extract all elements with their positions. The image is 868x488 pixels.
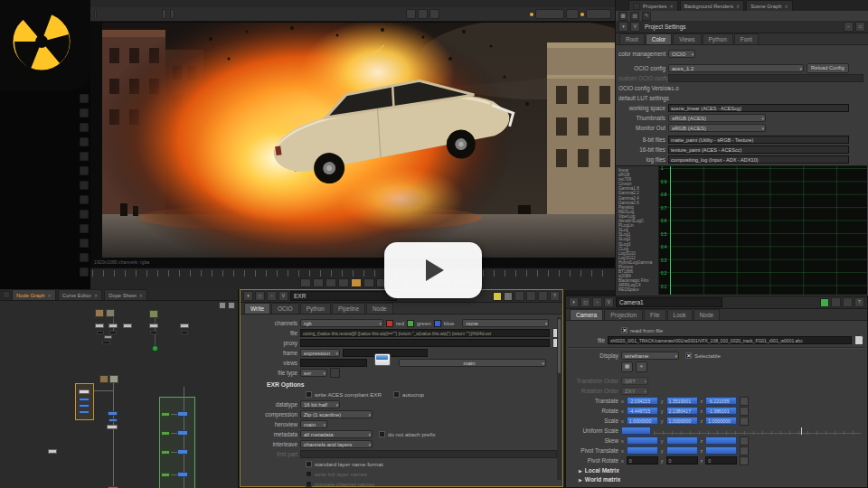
working-space-field[interactable]: scene_linear (ACES - ACEScg) (668, 104, 849, 112)
graph-node[interactable] (108, 418, 118, 422)
display-dropdown[interactable]: wireframe▾ (621, 352, 679, 360)
tab-root[interactable]: Root (619, 33, 645, 44)
graph-node[interactable] (177, 411, 188, 417)
float-panel-icon[interactable]: – (592, 297, 602, 307)
tool-channel-icon[interactable] (80, 137, 89, 146)
tab-projection[interactable]: Projection (604, 309, 643, 320)
graph-node[interactable] (97, 331, 104, 334)
autocrop-checkbox[interactable] (393, 391, 400, 398)
file-type-dropdown[interactable]: exr▾ (300, 369, 327, 377)
viewer-channels-dropdown[interactable] (162, 9, 166, 19)
tab-views[interactable]: Views (673, 33, 701, 44)
first-part-field[interactable] (300, 450, 557, 458)
views-field[interactable] (300, 359, 367, 367)
transform-y-field[interactable]: 2.1380417 (666, 407, 698, 415)
proxy-field[interactable] (300, 339, 550, 347)
no-prefix-checkbox[interactable] (379, 431, 385, 437)
log-files-field[interactable]: compositing_log (Input - ADX - ADX10) (668, 155, 849, 164)
animation-menu-button[interactable] (740, 397, 749, 406)
lut-curve-graph[interactable]: 10.90.80.70.60.50.40.30.20.1 (658, 166, 867, 295)
viewer-tab-icon[interactable] (94, 9, 97, 19)
full-layer-names-checkbox[interactable] (306, 471, 312, 477)
transform-x-field[interactable]: -4.449715 (627, 407, 658, 415)
viewer-lut-dropdown[interactable] (586, 9, 611, 19)
redo-icon[interactable] (538, 291, 548, 301)
collapse-icon[interactable]: ▾ (569, 297, 579, 307)
read-from-file-checkbox[interactable] (621, 327, 627, 333)
tab-font[interactable]: Font (734, 33, 759, 44)
graph-node[interactable] (95, 309, 104, 317)
gl-color-swatch[interactable] (504, 292, 513, 301)
panel-menu-icon[interactable] (3, 291, 10, 298)
uniform-scale-field[interactable] (621, 427, 651, 435)
transform-z-field[interactable]: 0 (705, 456, 737, 465)
transform-y-field[interactable] (666, 446, 698, 455)
viewer-gamma-toggle[interactable] (566, 9, 579, 19)
channels-dropdown[interactable]: rgb▾ (300, 319, 383, 327)
viewer-zoom-button[interactable] (406, 9, 416, 19)
animation-menu-button[interactable] (740, 456, 749, 465)
graph-node[interactable] (177, 472, 188, 477)
video-play-overlay[interactable] (384, 242, 482, 298)
graph-node[interactable] (79, 398, 90, 401)
tool-keyer-icon[interactable] (80, 181, 89, 190)
graph-node[interactable] (48, 449, 57, 454)
graph-node[interactable] (106, 309, 115, 317)
tab-background-renders[interactable]: Background Renders ✕ (680, 0, 745, 11)
center-node-icon[interactable]: V (630, 22, 640, 32)
world-matrix-expander[interactable]: World matrix (585, 476, 621, 483)
center-node-icon[interactable]: ◻ (580, 297, 590, 307)
graph-node[interactable] (108, 411, 118, 416)
close-icon[interactable]: ✕ (784, 4, 788, 9)
node-graph-canvas[interactable] (0, 300, 239, 488)
transform-x-field[interactable] (627, 436, 658, 445)
play-forward-button[interactable] (363, 278, 374, 287)
float-icon[interactable]: □ (855, 22, 865, 32)
minimap-icon[interactable] (228, 302, 235, 309)
rotation-order-dropdown[interactable]: ZXY▾ (621, 387, 648, 395)
goto-start-button[interactable] (300, 278, 311, 287)
heroview-dropdown[interactable]: main▾ (300, 420, 327, 428)
graph-node[interactable] (99, 375, 108, 383)
layout-icon[interactable] (219, 302, 226, 309)
graph-node[interactable] (102, 341, 110, 344)
16bit-files-field[interactable]: texture_paint (ACES - ACEScc) (668, 145, 849, 154)
graph-node[interactable] (180, 324, 189, 328)
tool-3d-icon[interactable] (80, 224, 89, 233)
tab-ocio[interactable]: OCIO (271, 303, 299, 314)
graph-node[interactable] (177, 430, 188, 436)
file-path-field[interactable]: ooting_r[value this.review][if ([value t… (300, 329, 550, 337)
compression-dropdown[interactable]: Zip (1 scanline)▾ (300, 410, 373, 418)
float-panel-icon[interactable]: – (267, 291, 277, 301)
camera-file-field[interactable]: sh0020_0/01_TRACK/cameras/r001/w0001/VFX… (608, 336, 852, 344)
tool-color-icon[interactable] (80, 152, 89, 161)
tool-draw-icon[interactable] (80, 108, 89, 117)
prev-keyframe-button[interactable] (313, 278, 324, 287)
transform-z-field[interactable] (705, 446, 737, 455)
transform-z-field[interactable]: 1.0000000 (705, 417, 737, 425)
transform-y-field[interactable]: 1.0000000 (666, 417, 698, 425)
node-color-swatch[interactable] (820, 298, 829, 307)
truncate-names-checkbox[interactable] (306, 481, 312, 487)
camera-file-browse-icon[interactable] (854, 335, 863, 345)
edit-icon[interactable]: ✎ (642, 12, 651, 21)
graph-node[interactable] (161, 473, 170, 477)
graph-node[interactable] (161, 412, 170, 417)
node-curve-icon[interactable]: V (604, 297, 614, 307)
help-icon[interactable]: ? (550, 291, 560, 301)
close-icon[interactable]: ✕ (48, 293, 52, 298)
file-type-help-icon[interactable] (330, 368, 340, 378)
transform-x-field[interactable]: 1.0000000 (627, 417, 658, 425)
tool-merge-icon[interactable] (80, 195, 89, 204)
color-management-dropdown[interactable]: OCIO▾ (668, 50, 695, 58)
close-icon[interactable]: ✕ (736, 4, 740, 9)
graph-node[interactable] (79, 410, 90, 414)
lock-panels-icon[interactable]: ▦ (618, 12, 627, 21)
tab-properties[interactable]: Properties ✕ (628, 0, 678, 11)
reload-config-button[interactable]: Reload Config (807, 63, 849, 73)
graph-node[interactable] (109, 375, 118, 383)
tool-deep-icon[interactable] (80, 253, 89, 262)
step-back-button[interactable] (326, 278, 336, 287)
extra-channels-dropdown[interactable]: none▾ (462, 319, 549, 327)
tab-dope-sheet[interactable]: Dope Sheet ✕ (104, 289, 147, 300)
